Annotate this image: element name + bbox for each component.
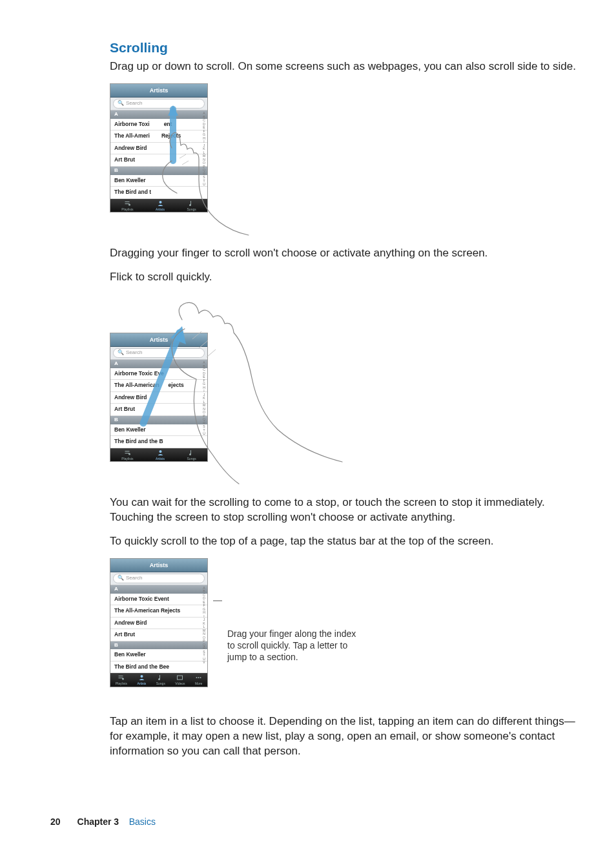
- list-item[interactable]: The Bird and the Bee: [110, 661, 207, 673]
- tab-artists[interactable]: Artists: [137, 674, 146, 686]
- search-icon: 🔍: [118, 575, 124, 582]
- list-item[interactable]: Andrew Bird: [110, 392, 207, 404]
- page-footer: 20 Chapter 3 Basics: [50, 816, 156, 828]
- svg-point-9: [159, 450, 161, 453]
- search-input[interactable]: 🔍 Search: [113, 574, 205, 583]
- search-placeholder: Search: [126, 575, 142, 582]
- tab-videos[interactable]: Videos: [175, 674, 185, 686]
- list-item[interactable]: Airborne Toxient: [110, 119, 207, 130]
- list-item[interactable]: Art Brut: [110, 629, 207, 641]
- list-item[interactable]: The Bird and the B: [110, 436, 207, 448]
- page-number: 20: [50, 816, 61, 828]
- search-input[interactable]: 🔍 Search: [113, 348, 205, 358]
- search-input[interactable]: 🔍 Search: [113, 99, 205, 109]
- tab-songs[interactable]: Songs: [187, 200, 196, 212]
- svg-point-8: [128, 453, 130, 455]
- svg-point-19: [198, 677, 200, 678]
- svg-rect-0: [125, 202, 129, 202]
- list-item[interactable]: The All-AmeriRejects: [110, 130, 207, 142]
- phone-ui-drag: Artists 🔍 Search ABCDEFGHIJKLMNOPQRSTU A…: [110, 83, 208, 213]
- chapter-label: Chapter 3: [77, 816, 119, 827]
- list-item[interactable]: Andrew Bird: [110, 618, 207, 629]
- svg-point-18: [196, 677, 198, 678]
- list-item[interactable]: Ben Kweller: [110, 649, 207, 661]
- window-title: Artists: [110, 84, 207, 98]
- window-title: Artists: [110, 559, 207, 572]
- tab-artists[interactable]: Artists: [156, 200, 165, 212]
- alpha-index[interactable]: ABCDEFGHIJKLMNOPQRSTU: [201, 360, 207, 448]
- tab-bar: Playlists Artists Songs Videos More: [110, 673, 207, 687]
- phone-ui-flick: Artists 🔍 Search ABCDEFGHIJKLMNOPQRSTU A…: [110, 333, 208, 462]
- paragraph-top-scroll: To quickly scroll to the top of a page, …: [110, 534, 585, 549]
- searchbar: 🔍 Search: [110, 572, 207, 585]
- svg-rect-12: [119, 676, 123, 676]
- tab-playlists[interactable]: Playlists: [121, 200, 133, 212]
- search-placeholder: Search: [126, 100, 142, 107]
- searchbar: 🔍 Search: [110, 347, 207, 360]
- svg-rect-6: [125, 451, 129, 452]
- figure-drag-scroll: Artists 🔍 Search ABCDEFGHIJKLMNOPQRSTU A…: [110, 83, 252, 232]
- search-icon: 🔍: [118, 349, 124, 357]
- alpha-index[interactable]: ABCDEFGHIJKLMNOPQRSTU: [201, 110, 207, 198]
- list-item[interactable]: Ben Kweller: [110, 424, 207, 436]
- svg-rect-7: [125, 453, 129, 453]
- section-header-a: A: [110, 585, 207, 594]
- svg-point-15: [140, 675, 143, 678]
- window-title: Artists: [110, 333, 207, 347]
- svg-point-20: [200, 677, 201, 678]
- list-item[interactable]: Andrew Bird: [110, 143, 207, 154]
- section-header-b: B: [110, 641, 207, 650]
- svg-point-2: [128, 203, 130, 205]
- figure-index-scroll: Artists 🔍 Search ABCDEFGHIJKLMNOPQRSTUV …: [110, 558, 585, 700]
- searchbar: 🔍 Search: [110, 98, 207, 110]
- svg-point-16: [158, 678, 160, 680]
- tab-artists[interactable]: Artists: [156, 450, 165, 461]
- tab-bar: Playlists Artists Songs: [110, 448, 207, 462]
- list-item[interactable]: The All-Americanejects: [110, 380, 207, 391]
- list-item[interactable]: Art Brut: [110, 154, 207, 166]
- list-item[interactable]: Airborne Toxic Eve: [110, 368, 207, 380]
- section-header-b: B: [110, 167, 207, 175]
- section-header-a: A: [110, 110, 207, 119]
- phone-ui-index: Artists 🔍 Search ABCDEFGHIJKLMNOPQRSTUV …: [110, 558, 208, 687]
- section-header-b: B: [110, 416, 207, 424]
- alpha-index[interactable]: ABCDEFGHIJKLMNOPQRSTUV: [201, 585, 207, 673]
- tab-playlists[interactable]: Playlists: [116, 674, 127, 686]
- list-item[interactable]: Airborne Toxic Event: [110, 594, 207, 605]
- flick-intro: Flick to scroll quickly.: [110, 270, 585, 285]
- intro-paragraph: Drag up or down to scroll. On some scree…: [110, 59, 585, 74]
- list-item[interactable]: The Bird and t: [110, 187, 207, 198]
- svg-rect-17: [178, 676, 183, 680]
- tab-bar: Playlists Artists Songs: [110, 199, 207, 213]
- callout-text: Drag your finger along the index to scro…: [227, 628, 363, 663]
- paragraph-after-drag: Dragging your finger to scroll won't cho…: [110, 246, 585, 261]
- svg-rect-1: [125, 203, 129, 204]
- svg-point-14: [122, 678, 124, 680]
- search-icon: 🔍: [118, 100, 124, 107]
- list-item[interactable]: The All-American Rejects: [110, 605, 207, 617]
- section-heading: Scrolling: [110, 39, 585, 57]
- tab-more[interactable]: More: [195, 674, 202, 686]
- figure-flick-scroll: Artists 🔍 Search ABCDEFGHIJKLMNOPQRSTU A…: [110, 294, 368, 481]
- search-placeholder: Search: [126, 349, 142, 357]
- tab-songs[interactable]: Songs: [187, 450, 196, 461]
- section-header-a: A: [110, 360, 207, 368]
- callout-leader-line: [213, 597, 222, 700]
- chapter-name: Basics: [129, 816, 156, 827]
- list-item[interactable]: Ben Kweller: [110, 175, 207, 187]
- paragraph-after-flick: You can wait for the scrolling to come t…: [110, 495, 585, 525]
- svg-point-3: [159, 201, 161, 203]
- tab-songs[interactable]: Songs: [156, 674, 165, 686]
- svg-rect-13: [119, 678, 123, 678]
- list-item[interactable]: Art Brut: [110, 404, 207, 415]
- svg-point-10: [189, 453, 191, 455]
- tab-playlists[interactable]: Playlists: [121, 450, 133, 461]
- svg-point-4: [189, 204, 191, 206]
- paragraph-tap-item: Tap an item in a list to choose it. Depe…: [110, 714, 585, 759]
